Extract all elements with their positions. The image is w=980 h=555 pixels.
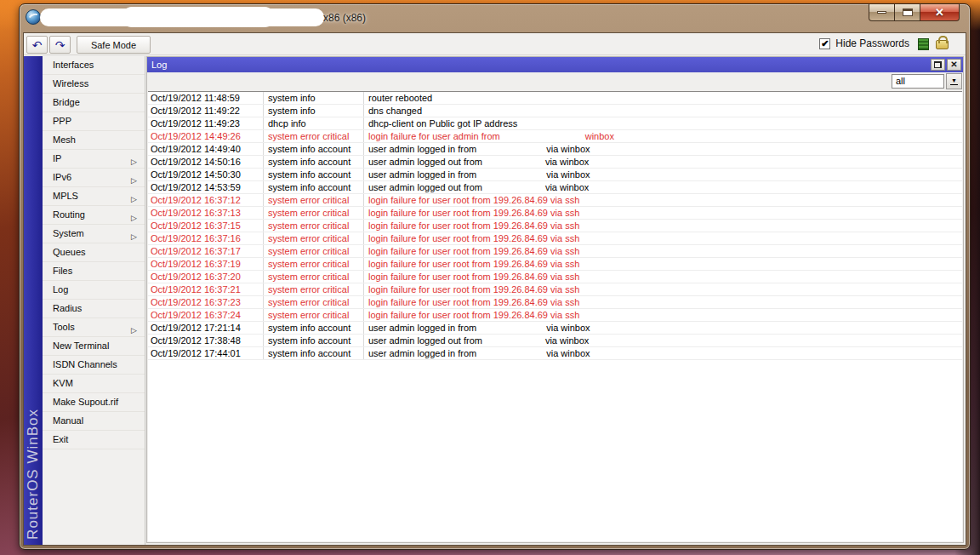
redacted-ip-gap: [476, 356, 546, 357]
log-restore-button[interactable]: [931, 59, 945, 71]
sidebar-menu: InterfacesWirelessBridgePPPMeshIP▷IPv6▷M…: [43, 56, 145, 545]
close-button[interactable]: ✕: [920, 4, 960, 21]
log-time-cell: Oct/19/2012 16:37:12: [148, 194, 264, 206]
connection-status-icon: [918, 38, 929, 50]
sidebar-item-wireless[interactable]: Wireless: [43, 75, 145, 94]
log-row[interactable]: Oct/19/2012 16:37:24system error critica…: [148, 309, 962, 322]
sidebar-item-make-supout-rif[interactable]: Make Supout.rif: [43, 393, 145, 412]
log-time-cell: Oct/19/2012 16:37:16: [148, 232, 264, 244]
hide-passwords-checkbox[interactable]: ✔: [819, 38, 830, 49]
log-topics-cell: system info account: [264, 322, 364, 334]
redacted-ip-gap: [476, 330, 546, 331]
undo-icon: ↶: [32, 38, 43, 52]
log-topics-cell: system error critical: [264, 232, 364, 244]
log-row[interactable]: Oct/19/2012 16:37:17system error critica…: [148, 245, 962, 258]
log-row[interactable]: Oct/19/2012 14:53:59system info accountu…: [148, 181, 962, 194]
log-message-cell: user admin logged in fromvia winbox: [364, 347, 962, 359]
log-row[interactable]: Oct/19/2012 16:37:21system error critica…: [148, 283, 962, 296]
brand-label: RouterOS WinBox: [25, 409, 42, 540]
safe-mode-button[interactable]: Safe Mode: [77, 36, 151, 54]
sidebar-item-system[interactable]: System▷: [43, 225, 145, 243]
log-topics-cell: system error critical: [264, 207, 364, 219]
sidebar-item-bridge[interactable]: Bridge: [43, 94, 145, 112]
log-row[interactable]: Oct/19/2012 16:37:13system error critica…: [148, 207, 962, 220]
sidebar-item-manual[interactable]: Manual: [43, 412, 145, 431]
maximize-button[interactable]: [895, 4, 920, 21]
log-filter-select[interactable]: all: [892, 74, 944, 89]
log-row[interactable]: Oct/19/2012 16:37:19system error critica…: [148, 258, 962, 271]
desktop-wallpaper: x86 (x86) ✕ ↶ ↷ Safe Mode ✔ Hide Passwor…: [0, 0, 980, 555]
log-row[interactable]: Oct/19/2012 16:37:20system error critica…: [148, 271, 962, 283]
log-message-cell: login failure for user root from 199.26.…: [364, 232, 962, 244]
log-message-cell: login failure for user root from 199.26.…: [364, 258, 962, 270]
sidebar-item-queues[interactable]: Queues: [43, 243, 145, 262]
log-topics-cell: system error critical: [264, 283, 364, 295]
sidebar-item-files[interactable]: Files: [43, 262, 145, 281]
winbox-main-window: x86 (x86) ✕ ↶ ↷ Safe Mode ✔ Hide Passwor…: [19, 3, 971, 550]
log-message-cell: login failure for user root from 199.26.…: [364, 283, 962, 295]
hide-passwords-group: ✔ Hide Passwords: [819, 37, 909, 49]
log-time-cell: Oct/19/2012 14:53:59: [148, 181, 264, 193]
log-message-cell: user admin logged out fromvia winbox: [364, 156, 962, 168]
log-row[interactable]: Oct/19/2012 17:44:01system info accountu…: [148, 347, 962, 360]
window-title: x86 (x86): [323, 12, 366, 24]
log-window: Log ✕ all ▼ Oct/19/2012 11:48:59sys: [146, 56, 964, 543]
log-row[interactable]: Oct/19/2012 11:49:22system infodns chang…: [148, 105, 962, 117]
log-time-cell: Oct/19/2012 16:37:15: [148, 220, 264, 232]
restore-icon: [934, 61, 942, 68]
undo-button[interactable]: ↶: [26, 36, 48, 54]
hide-passwords-label[interactable]: Hide Passwords: [835, 37, 909, 49]
sidebar-item-interfaces[interactable]: Interfaces: [43, 56, 145, 75]
log-row[interactable]: Oct/19/2012 14:49:40system info accountu…: [148, 143, 962, 156]
minimize-icon: [877, 11, 886, 14]
sidebar-item-tools[interactable]: Tools▷: [43, 318, 145, 337]
sidebar-item-log[interactable]: Log: [43, 281, 145, 300]
log-row[interactable]: Oct/19/2012 14:50:16system info accountu…: [148, 156, 962, 169]
workspace: RouterOS WinBox InterfacesWirelessBridge…: [24, 56, 966, 545]
sidebar-item-mpls[interactable]: MPLS▷: [43, 187, 145, 206]
log-close-button[interactable]: ✕: [947, 59, 961, 71]
log-time-cell: Oct/19/2012 17:21:14: [148, 322, 264, 334]
sidebar-item-exit[interactable]: Exit: [43, 431, 145, 449]
log-time-cell: Oct/19/2012 17:38:48: [148, 335, 264, 346]
log-topics-cell: system info account: [264, 143, 364, 155]
log-row[interactable]: Oct/19/2012 16:37:15system error critica…: [148, 220, 962, 232]
log-row[interactable]: Oct/19/2012 14:49:26system error critica…: [148, 130, 962, 143]
log-row[interactable]: Oct/19/2012 16:37:23system error critica…: [148, 296, 962, 309]
log-row[interactable]: Oct/19/2012 17:21:14system info accountu…: [148, 322, 962, 335]
log-row[interactable]: Oct/19/2012 16:37:16system error critica…: [148, 232, 962, 245]
client-area: ↶ ↷ Safe Mode ✔ Hide Passwords RouterOS …: [23, 32, 966, 546]
log-topics-cell: system error critical: [264, 130, 364, 142]
sidebar-item-radius[interactable]: Radius: [43, 300, 145, 318]
log-window-controls: ✕: [931, 59, 961, 71]
log-filter-dropdown-button[interactable]: ▼: [946, 73, 962, 89]
log-topics-cell: system info account: [264, 335, 364, 346]
log-message-cell: login failure for user root from 199.26.…: [364, 271, 962, 283]
log-row[interactable]: Oct/19/2012 11:48:59system inforouter re…: [148, 92, 962, 105]
redacted-ip-gap: [482, 190, 545, 191]
log-row[interactable]: Oct/19/2012 17:38:48system info accountu…: [148, 335, 962, 347]
sidebar-item-ipv6[interactable]: IPv6▷: [43, 169, 145, 187]
log-time-cell: Oct/19/2012 11:49:23: [148, 117, 264, 129]
sidebar-item-mesh[interactable]: Mesh: [43, 131, 145, 150]
log-time-cell: Oct/19/2012 16:37:17: [148, 245, 264, 257]
redo-button[interactable]: ↷: [49, 36, 71, 54]
sidebar-item-isdn-channels[interactable]: ISDN Channels: [43, 356, 145, 375]
log-topics-cell: system error critical: [264, 245, 364, 257]
log-row[interactable]: Oct/19/2012 11:49:23dhcp infodhcp-client…: [148, 117, 962, 130]
secure-session-lock-icon: [936, 40, 949, 49]
log-row[interactable]: Oct/19/2012 16:37:12system error critica…: [148, 194, 962, 207]
redacted-ip-gap: [482, 343, 545, 344]
log-topics-cell: system info: [264, 105, 364, 117]
minimize-button[interactable]: [869, 4, 895, 21]
log-row[interactable]: Oct/19/2012 14:50:30system info accountu…: [148, 169, 962, 181]
sidebar-item-ppp[interactable]: PPP: [43, 112, 145, 131]
log-message-cell: login failure for user root from 199.26.…: [364, 296, 962, 308]
sidebar-item-kvm[interactable]: KVM: [43, 375, 145, 393]
sidebar-item-new-terminal[interactable]: New Terminal: [43, 337, 145, 356]
log-topics-cell: system error critical: [264, 258, 364, 270]
sidebar-item-ip[interactable]: IP▷: [43, 150, 145, 169]
sidebar-item-routing[interactable]: Routing▷: [43, 206, 145, 225]
log-message-cell: dhcp-client on Public got IP address: [364, 117, 962, 129]
log-time-cell: Oct/19/2012 11:48:59: [148, 92, 264, 104]
